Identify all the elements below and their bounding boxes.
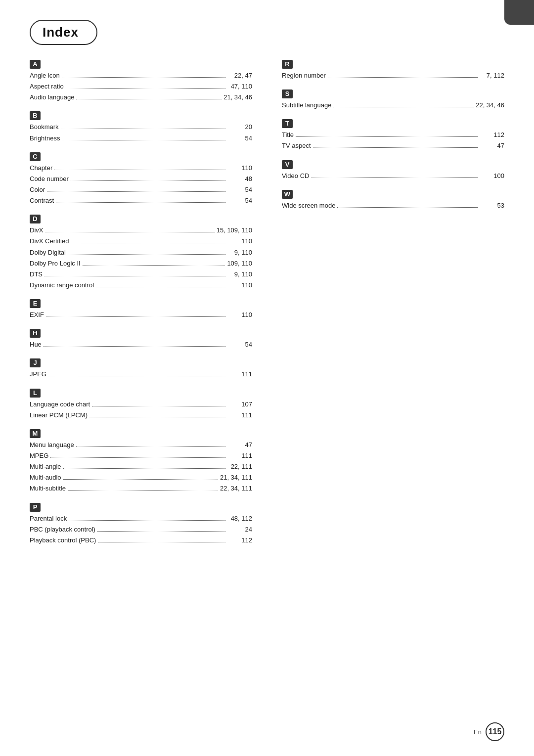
entry-page-number: 22, 111 — [227, 462, 252, 472]
page-title-box: Index — [30, 20, 97, 45]
entry-dots — [96, 287, 225, 287]
entry-page-number: 7, 112 — [480, 71, 504, 81]
index-entry: Subtitle language22, 34, 46 — [282, 100, 504, 110]
entry-term: Dynamic range control — [30, 280, 94, 290]
entry-page-number: 54 — [227, 196, 252, 206]
left-column: AAngle icon22, 47Aspect ratio47, 110Audi… — [30, 60, 272, 554]
index-entry: Angle icon22, 47 — [30, 71, 252, 81]
entry-dots — [63, 468, 225, 469]
index-entry: Dolby Digital9, 110 — [30, 248, 252, 258]
corner-decoration — [504, 0, 534, 25]
index-entry: DivX15, 109, 110 — [30, 225, 252, 235]
entry-page-number: 21, 34, 111 — [220, 473, 252, 483]
section-b: BBookmark20Brightness54 — [30, 111, 252, 143]
language-label: En — [474, 728, 482, 736]
section-r: RRegion number7, 112 — [282, 60, 504, 81]
index-entry: Language code chart107 — [30, 400, 252, 409]
entry-page-number: 112 — [227, 535, 252, 545]
entry-page-number: 54 — [227, 133, 252, 143]
entry-page-number: 110 — [227, 163, 252, 173]
section-s: SSubtitle language22, 34, 46 — [282, 89, 504, 110]
section-w: WWide screen mode53 — [282, 190, 504, 211]
entry-dots — [89, 417, 225, 417]
entry-page-number: 9, 110 — [227, 248, 252, 258]
entry-term: Linear PCM (LPCM) — [30, 410, 88, 420]
index-entry: Linear PCM (LPCM)111 — [30, 410, 252, 420]
entry-page-number: 111 — [227, 451, 252, 461]
letter-badge-b: B — [30, 111, 41, 120]
section-p: PParental lock48, 112PBC (playback contr… — [30, 503, 252, 545]
entry-dots — [313, 147, 478, 148]
entry-term: Multi-audio — [30, 473, 61, 483]
index-entry: Aspect ratio47, 110 — [30, 82, 252, 91]
entry-dots — [56, 202, 225, 203]
entry-term: Bookmark — [30, 122, 59, 132]
letter-badge-w: W — [282, 190, 293, 199]
letter-badge-p: P — [30, 503, 41, 512]
index-entry: Dynamic range control110 — [30, 280, 252, 290]
letter-badge-r: R — [282, 60, 293, 69]
letter-badge-t: T — [282, 119, 293, 128]
entry-term: Multi-angle — [30, 462, 61, 472]
section-j: JJPEG111 — [30, 358, 252, 379]
letter-badge-j: J — [30, 358, 41, 367]
entry-dots — [333, 107, 474, 107]
entry-term: Chapter — [30, 163, 52, 173]
entry-page-number: 47 — [227, 440, 252, 450]
entry-page-number: 47, 110 — [227, 82, 252, 91]
section-d: DDivX15, 109, 110DivX Certified110Dolby … — [30, 215, 252, 290]
section-m: MMenu language47MPEG111Multi-angle22, 11… — [30, 429, 252, 494]
entry-term: Code number — [30, 174, 69, 184]
entry-term: PBC (playback control) — [30, 525, 95, 534]
entry-dots — [76, 446, 225, 447]
entry-dots — [44, 346, 225, 347]
entry-page-number: 110 — [227, 280, 252, 290]
entry-term: DivX Certified — [30, 236, 69, 246]
page-title: Index — [43, 25, 79, 40]
entry-term: JPEG — [30, 369, 46, 379]
entry-page-number: 53 — [480, 201, 504, 211]
entry-page-number: 112 — [480, 130, 504, 140]
page: Index AAngle icon22, 47Aspect ratio47, 1… — [0, 0, 534, 756]
letter-badge-d: D — [30, 215, 41, 223]
entry-term: Brightness — [30, 133, 60, 143]
index-entry: Region number7, 112 — [282, 71, 504, 81]
entry-page-number: 111 — [227, 410, 252, 420]
entry-page-number: 111 — [227, 369, 252, 379]
entry-term: Menu language — [30, 440, 74, 450]
letter-badge-c: C — [30, 152, 41, 161]
entry-term: Region number — [282, 71, 326, 81]
entry-term: Multi-subtitle — [30, 484, 66, 493]
index-entry: Hue54 — [30, 340, 252, 350]
entry-dots — [296, 136, 478, 137]
entry-dots — [76, 99, 222, 99]
entry-page-number: 54 — [227, 340, 252, 350]
letter-badge-s: S — [282, 89, 293, 98]
entry-dots — [63, 479, 218, 480]
index-entry: DTS9, 110 — [30, 269, 252, 279]
entry-dots — [44, 276, 225, 276]
entry-term: Hue — [30, 340, 42, 350]
index-entry: Bookmark20 — [30, 122, 252, 132]
entry-dots — [69, 520, 225, 521]
entry-page-number: 47 — [480, 141, 504, 151]
index-entry: Menu language47 — [30, 440, 252, 450]
index-entry: Audio language21, 34, 46 — [30, 92, 252, 102]
index-entry: Wide screen mode53 — [282, 201, 504, 211]
entry-page-number: 20 — [227, 122, 252, 132]
entry-page-number: 48 — [227, 174, 252, 184]
index-entry: Parental lock48, 112 — [30, 514, 252, 524]
entry-page-number: 110 — [227, 310, 252, 320]
entry-page-number: 48, 112 — [227, 514, 252, 524]
letter-badge-v: V — [282, 160, 293, 169]
index-entry: MPEG111 — [30, 451, 252, 461]
section-l: LLanguage code chart107Linear PCM (LPCM)… — [30, 389, 252, 420]
index-entry: PBC (playback control)24 — [30, 525, 252, 534]
entry-page-number: 22, 34, 46 — [476, 100, 504, 110]
entry-dots — [45, 232, 214, 232]
index-entry: JPEG111 — [30, 369, 252, 379]
letter-badge-e: E — [30, 299, 41, 308]
entry-dots — [68, 490, 218, 490]
entry-term: Wide screen mode — [282, 201, 335, 211]
entry-page-number: 107 — [227, 400, 252, 409]
